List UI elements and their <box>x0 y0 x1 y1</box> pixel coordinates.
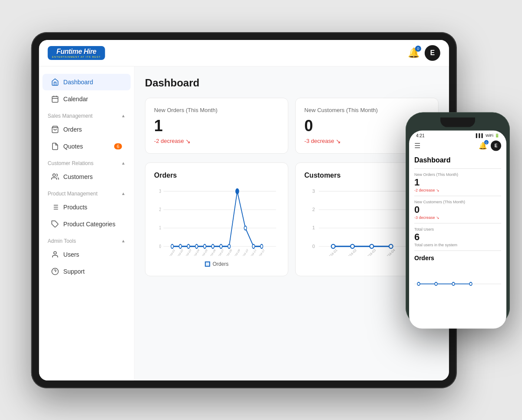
svg-text:2024-03: 2024-03 <box>184 248 192 256</box>
sidebar-item-label: Support <box>63 268 85 275</box>
users-icon <box>51 173 59 181</box>
svg-point-40 <box>204 244 206 248</box>
svg-point-61 <box>350 244 354 248</box>
phone-user-avatar[interactable]: E <box>491 140 501 151</box>
svg-point-43 <box>228 244 231 248</box>
sidebar: Dashboard Calendar Sales Management ▲ <box>39 66 135 380</box>
svg-text:2024-07: 2024-07 <box>217 248 224 256</box>
help-circle-icon <box>51 268 59 275</box>
svg-point-41 <box>211 244 214 248</box>
tablet-device: Funtime Hire Entertainment at its best 🔔… <box>31 32 457 388</box>
sidebar-item-label: Orders <box>63 126 82 133</box>
svg-text:2024-01: 2024-01 <box>327 248 338 256</box>
svg-point-63 <box>389 244 393 248</box>
sidebar-item-quotes[interactable]: Quotes 6 <box>43 138 131 155</box>
user-avatar[interactable]: E <box>425 45 440 61</box>
phone-device: 4:21 ▌▌▌ WiFi 🔋 ☰ 🔔 0 E <box>406 112 510 325</box>
divider <box>414 250 501 251</box>
svg-point-42 <box>220 244 222 248</box>
svg-point-46 <box>252 244 255 248</box>
chevron-up-icon: ▲ <box>121 161 126 165</box>
phone-notch <box>440 117 475 127</box>
svg-text:2024-06: 2024-06 <box>208 248 216 256</box>
legend-box <box>205 261 210 267</box>
svg-rect-0 <box>52 96 58 103</box>
sidebar-item-label: Product Categories <box>63 221 116 228</box>
svg-point-62 <box>370 244 373 248</box>
svg-text:1: 1 <box>159 225 161 230</box>
sidebar-section-admin-tools: Admin Tools ▲ <box>39 233 134 246</box>
person-icon <box>51 251 59 258</box>
sidebar-item-dashboard[interactable]: Dashboard <box>43 74 131 90</box>
svg-point-36 <box>171 244 174 248</box>
hamburger-icon[interactable]: ☰ <box>414 142 420 150</box>
phone-stat-change: -3 decrease ↘ <box>414 215 501 219</box>
sidebar-item-label: Users <box>63 251 79 258</box>
page-title: Dashboard <box>145 77 439 89</box>
svg-text:2024-10: 2024-10 <box>241 248 248 256</box>
tablet-body: Dashboard Calendar Sales Management ▲ <box>39 66 449 380</box>
notification-button[interactable]: 🔔 0 <box>408 47 420 59</box>
orders-chart-card: Orders 3 2 1 0 <box>145 162 288 276</box>
scene: Funtime Hire Entertainment at its best 🔔… <box>0 0 522 420</box>
sidebar-item-label: Customers <box>63 173 93 180</box>
phone-stat-value: 6 <box>414 231 501 242</box>
phone-notification-button[interactable]: 🔔 0 <box>479 142 487 150</box>
svg-text:2024-02: 2024-02 <box>176 248 184 256</box>
sidebar-item-users[interactable]: Users <box>43 246 131 263</box>
svg-text:3: 3 <box>312 188 315 193</box>
stat-label: New Customers (This Month) <box>304 107 429 113</box>
phone-stat-total-users: Total Users 6 Total users in the system <box>414 227 501 247</box>
stat-value: 1 <box>154 117 279 135</box>
svg-text:2024-11: 2024-11 <box>249 248 257 256</box>
svg-point-68 <box>469 282 472 285</box>
charts-row: Orders 3 2 1 0 <box>145 162 439 276</box>
phone-page-title: Dashboard <box>414 156 501 164</box>
svg-text:2024-05: 2024-05 <box>201 248 208 256</box>
decrease-icon: ↘ <box>185 138 191 145</box>
stat-card-orders: New Orders (This Month) 1 -2 decrease ↘ <box>145 98 288 154</box>
phone-status-icons: ▌▌▌ WiFi 🔋 <box>476 133 499 138</box>
sidebar-item-support[interactable]: Support <box>43 263 131 280</box>
sidebar-section-customer-relations: Customer Relations ▲ <box>39 155 134 168</box>
svg-text:2024-04: 2024-04 <box>384 248 396 255</box>
svg-text:0: 0 <box>312 243 315 248</box>
svg-text:0: 0 <box>159 243 161 248</box>
orders-chart: 3 2 1 0 2024-01 2024-02 2024-03 2024-04 … <box>154 186 279 256</box>
svg-point-13 <box>54 251 56 254</box>
svg-point-45 <box>244 226 247 230</box>
svg-point-47 <box>261 244 263 248</box>
svg-point-66 <box>435 282 437 285</box>
logo-sub-text: Entertainment at its best <box>52 56 101 58</box>
phone-stat-value: 0 <box>414 204 501 215</box>
phone-stat-sublabel: Total users in the system <box>414 242 501 247</box>
chevron-up-icon: ▲ <box>121 191 126 196</box>
sidebar-item-calendar[interactable]: Calendar <box>43 91 131 107</box>
phone-stat-change: -2 decrease ↘ <box>414 188 501 192</box>
svg-point-67 <box>452 282 455 285</box>
svg-point-5 <box>53 174 56 176</box>
phone-header: ☰ 🔔 0 E <box>409 139 506 152</box>
decrease-icon: ↘ <box>336 138 341 145</box>
sidebar-item-product-categories[interactable]: Product Categories <box>43 216 131 232</box>
stat-label: New Orders (This Month) <box>154 107 279 113</box>
phone-stat-label: New Customers (This Month) <box>414 199 501 204</box>
sidebar-item-orders[interactable]: Orders <box>43 121 131 138</box>
sidebar-item-products[interactable]: Products <box>43 199 131 215</box>
legend-label: Orders <box>212 261 228 267</box>
phone-stat-orders: New Orders (This Month) 1 -2 decrease ↘ <box>414 172 501 192</box>
svg-text:2024-09: 2024-09 <box>233 248 241 256</box>
wifi-icon: WiFi <box>486 133 493 138</box>
logo-main-text: Funtime Hire <box>56 48 96 56</box>
svg-point-65 <box>417 282 420 285</box>
svg-text:2024-02: 2024-02 <box>346 248 357 256</box>
svg-text:3: 3 <box>159 188 161 194</box>
sidebar-item-customers[interactable]: Customers <box>43 169 131 185</box>
svg-text:2024-03: 2024-03 <box>365 248 377 255</box>
sidebar-item-label: Quotes <box>63 143 83 150</box>
stat-change: -2 decrease ↘ <box>154 138 279 145</box>
header-right: 🔔 0 E <box>408 45 440 61</box>
svg-point-37 <box>179 244 182 248</box>
svg-point-60 <box>331 244 335 248</box>
phone-status-bar: 4:21 ▌▌▌ WiFi 🔋 <box>409 130 506 139</box>
